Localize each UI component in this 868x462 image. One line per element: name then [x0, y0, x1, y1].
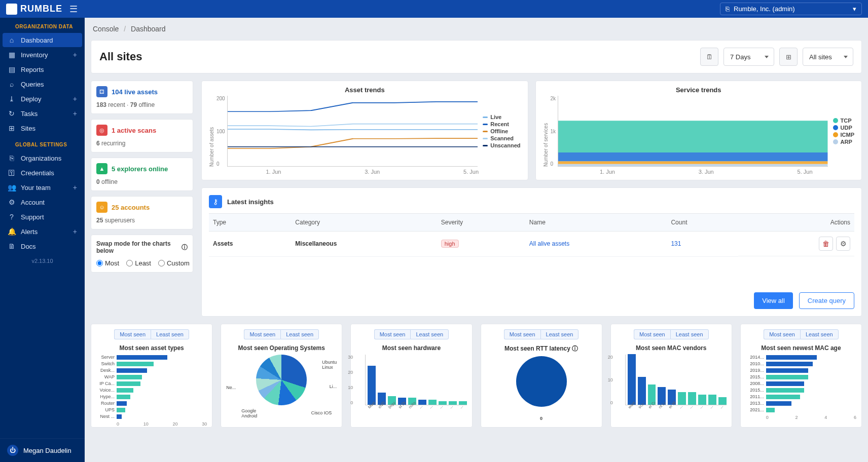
sidebar-item-tasks[interactable]: ↻Tasks+ — [3, 106, 82, 121]
legend-item: Scanned — [483, 135, 520, 142]
stat-accounts-sub: 25 superusers — [96, 217, 188, 224]
sidebar-item-label: Tasks — [21, 110, 38, 118]
plus-icon[interactable]: + — [73, 95, 77, 103]
toggle-least[interactable]: Least seen — [800, 329, 839, 339]
stat-accounts-title: 25 accounts — [112, 204, 150, 211]
breadcrumb-root[interactable]: Console — [93, 25, 119, 33]
toggle-most[interactable]: Most seen — [764, 329, 800, 339]
org-switcher-label: Rumble, Inc. (admin) — [734, 5, 795, 13]
gear-icon[interactable]: ⚙ — [836, 237, 850, 251]
mini-chart-0: Most seenLeast seenMost seen asset types… — [91, 324, 212, 428]
sidebar-item-label: Alerts — [21, 228, 38, 236]
col-type: Type — [209, 214, 291, 232]
mini-chart-2: Most seenLeast seenMost seen hardware302… — [350, 324, 472, 428]
calendar-icon[interactable]: 🗓 — [700, 48, 718, 66]
stat-card-accounts[interactable]: ☺ 25 accounts 25 superusers — [91, 196, 193, 229]
org-switcher[interactable]: ⎘ Rumble, Inc. (admin) ▾ — [720, 3, 862, 15]
view-all-button[interactable]: View all — [754, 292, 793, 309]
stat-card-assets[interactable]: ⚃ 104 live assets 183 recent · 79 offlin… — [91, 81, 193, 114]
insights-row: Assets Miscellaneous high All alive asse… — [209, 232, 854, 257]
sidebar-item-label: Docs — [21, 243, 36, 250]
sidebar-item-deploy[interactable]: ⤓Deploy+ — [3, 92, 82, 106]
legend-item: Live — [483, 113, 520, 121]
info-icon[interactable]: ⓘ — [182, 243, 188, 252]
site-select[interactable]: All sites — [803, 48, 853, 66]
toggle-most[interactable]: Most seen — [504, 329, 540, 339]
sidebar-item-inventory[interactable]: ▦Inventory+ — [3, 48, 82, 62]
plus-icon[interactable]: + — [73, 51, 77, 59]
assets-icon: ⚃ — [96, 86, 107, 97]
sidebar-item-reports[interactable]: ▤Reports — [3, 62, 82, 76]
mini-chart-5: Most seenLeast seenMost seen newest MAC … — [740, 324, 862, 428]
sidebar-item-dashboard[interactable]: ⌂Dashboard — [3, 33, 82, 47]
toggle-least[interactable]: Least seen — [540, 329, 579, 339]
mini-title: Most seen RTT latency ⓘ — [486, 344, 597, 353]
insight-count-link[interactable]: 131 — [671, 240, 681, 247]
site-icon[interactable]: ⊞ — [779, 48, 798, 66]
legend-item: Recent — [483, 121, 520, 128]
insights-title: Latest insights — [227, 198, 274, 206]
account-icon: ⚙ — [8, 198, 16, 206]
plus-icon[interactable]: + — [73, 183, 77, 191]
docs-icon: 🗎 — [8, 242, 16, 250]
queries-icon: ⌕ — [8, 80, 16, 88]
toggle-least[interactable]: Least seen — [280, 329, 319, 339]
toggle-least[interactable]: Least seen — [151, 329, 189, 339]
sidebar-item-credentials[interactable]: ⚿Credentials — [3, 166, 82, 180]
sidebar-item-your-team[interactable]: 👥Your team+ — [3, 180, 82, 195]
reports-icon: ▤ — [8, 65, 16, 73]
create-query-button[interactable]: Create query — [799, 292, 854, 309]
sites-icon: ⊞ — [8, 124, 16, 132]
power-icon: ⏻ — [7, 445, 18, 456]
mini-title: Most seen Operating Systems — [226, 344, 337, 352]
swap-radio-least[interactable]: Least — [126, 259, 151, 267]
toggle-most[interactable]: Most seen — [374, 329, 411, 339]
sidebar-item-label: Your team — [21, 184, 51, 191]
organizations-icon: ⎘ — [8, 154, 16, 162]
sidebar-user-name: Megan Daudelin — [23, 447, 71, 454]
swap-radio-custom[interactable]: Custom — [158, 259, 190, 267]
toggle-least[interactable]: Least seen — [670, 329, 709, 339]
breadcrumb-current: Dashboard — [131, 25, 166, 33]
logo-icon — [6, 4, 17, 15]
mini-chart-3: Most seenLeast seenMost seen RTT latency… — [481, 324, 602, 428]
scans-icon: ◎ — [96, 125, 107, 136]
sidebar-item-sites[interactable]: ⊞Sites — [3, 121, 82, 135]
sidebar: ORGANIZATION DATA ⌂Dashboard▦Inventory+▤… — [0, 18, 85, 462]
plus-icon[interactable]: + — [73, 227, 77, 236]
dashboard-icon: ⌂ — [8, 36, 16, 44]
insight-name-link[interactable]: All alive assets — [529, 240, 569, 247]
info-icon[interactable]: ⓘ — [572, 345, 578, 352]
col-count: Count — [667, 214, 738, 232]
sidebar-item-docs[interactable]: 🗎Docs — [3, 239, 82, 253]
legend-item: TCP — [833, 117, 855, 124]
explorers-icon: ▲ — [96, 163, 107, 174]
accounts-icon: ☺ — [96, 202, 107, 213]
sidebar-item-label: Inventory — [21, 51, 48, 59]
sidebar-item-organizations[interactable]: ⎘Organizations — [3, 151, 82, 165]
swap-radio-most[interactable]: Most — [96, 259, 119, 267]
sidebar-item-account[interactable]: ⚙Account — [3, 195, 82, 209]
range-select[interactable]: 7 Days — [724, 48, 774, 66]
col-actions: Actions — [738, 214, 854, 232]
delete-icon[interactable]: 🗑 — [819, 237, 833, 251]
sidebar-user[interactable]: ⏻ Megan Daudelin — [0, 438, 85, 462]
plus-icon[interactable]: + — [73, 109, 77, 118]
toggle-most[interactable]: Most seen — [114, 329, 151, 339]
toggle-least[interactable]: Least seen — [410, 329, 449, 339]
toggle-most[interactable]: Most seen — [244, 329, 280, 339]
stat-card-scans[interactable]: ◎ 1 active scans 6 recurring — [91, 119, 193, 152]
sidebar-toggle-icon[interactable]: ☰ — [69, 4, 78, 15]
sidebar-item-support[interactable]: ?Support — [3, 210, 82, 224]
brand-text: RUMBLE — [20, 4, 62, 14]
sidebar-item-alerts[interactable]: 🔔Alerts+ — [3, 224, 82, 239]
stat-card-explorers[interactable]: ▲ 5 explorers online 0 offline — [91, 158, 193, 191]
inventory-icon: ▦ — [8, 51, 16, 59]
col-severity: Severity — [437, 214, 525, 232]
alerts-icon: 🔔 — [8, 227, 16, 236]
logo[interactable]: RUMBLE — [6, 4, 62, 15]
mini-chart-4: Most seenLeast seenMost seen MAC vendors… — [610, 324, 732, 428]
sidebar-item-queries[interactable]: ⌕Queries — [3, 77, 82, 91]
toggle-most[interactable]: Most seen — [634, 329, 670, 339]
svg-marker-2 — [558, 152, 827, 161]
